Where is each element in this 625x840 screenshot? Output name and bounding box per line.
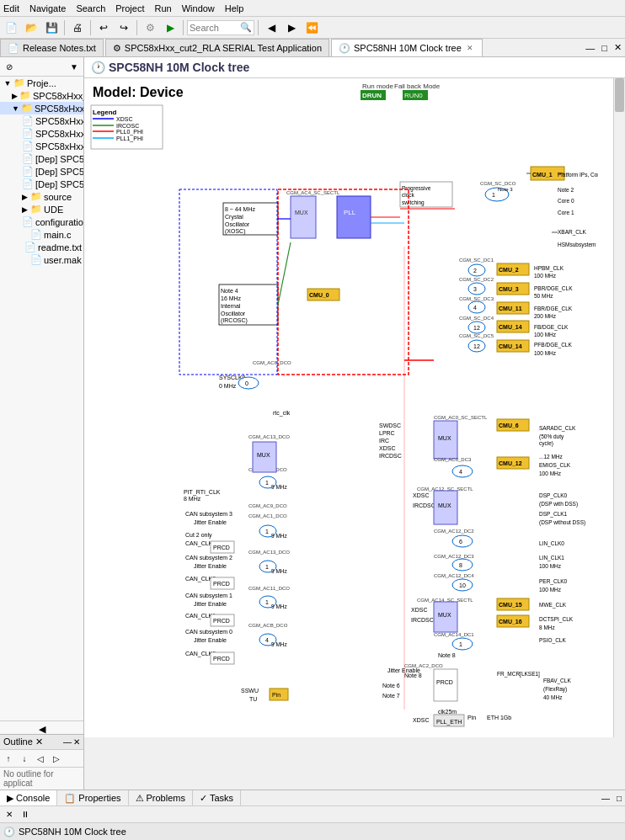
search-bar[interactable]: 🔍 — [187, 20, 254, 35]
folder-icon: 📁 — [13, 77, 25, 88]
outline-down-btn[interactable]: ↓ — [17, 751, 32, 766]
tree-item-dep3[interactable]: 📄 [Dep] SPC58x — [0, 178, 83, 190]
new-btn[interactable]: 📄 — [2, 19, 20, 37]
svg-text:9 MHz: 9 MHz — [271, 533, 288, 539]
diagram-scroll[interactable]: Model: Device Run mode DRUN Fall back Mo… — [84, 78, 625, 737]
tree-item-c1[interactable]: 📄 SPC58xHxx_c... — [0, 114, 83, 127]
tree-item-c2[interactable]: 📄 SPC58xHxx_c... — [0, 127, 83, 140]
svg-text:CGM_AC11_DCO: CGM_AC11_DCO — [248, 586, 290, 591]
svg-text:(IRCOSC): (IRCOSC) — [221, 317, 248, 324]
svg-text:Note 3: Note 3 — [498, 187, 513, 192]
svg-text:MUX: MUX — [257, 452, 270, 458]
menu-window[interactable]: Window — [182, 3, 215, 13]
tree-item-cut[interactable]: ▼ 📁 SPC58xHxx_cut... — [0, 102, 83, 114]
tree-item-config[interactable]: 📄 configuration.x... — [0, 215, 83, 228]
bottom-toolbar: ✕ ⏸ — [0, 806, 625, 822]
tab-clock-tree[interactable]: 🕐 SPC58NH 10M Clock tree ✕ — [331, 39, 483, 56]
tree-item-usermak[interactable]: 📄 user.mak — [0, 253, 83, 266]
sep3 — [136, 20, 137, 35]
svg-text:1: 1 — [265, 564, 269, 570]
tree-item-ude[interactable]: ▶ 📁 UDE — [0, 203, 83, 215]
save-btn[interactable]: 💾 — [42, 19, 61, 37]
svg-text:9 MHz: 9 MHz — [271, 603, 288, 609]
tab-release-notes[interactable]: 📄 Release Notes.txt — [0, 39, 104, 56]
menu-search[interactable]: Search — [76, 3, 105, 13]
redo-btn[interactable]: ↪ — [115, 19, 133, 37]
svg-text:IRCDSC: IRCDSC — [413, 502, 435, 508]
svg-text:50 MHz: 50 MHz — [534, 293, 553, 299]
bottom-clear-btn[interactable]: ✕ — [2, 808, 17, 821]
tree-item-c3[interactable]: 📄 SPC58xHxx_c... — [0, 140, 83, 152]
run-btn[interactable]: ▶ — [161, 19, 179, 37]
bottom-tab-problems[interactable]: ⚠ Problems — [129, 790, 193, 805]
svg-text:Internal: Internal — [221, 303, 241, 309]
tree-label: main.c — [44, 230, 71, 240]
menu-edit[interactable]: Edit — [3, 3, 19, 13]
svg-text:Note 6: Note 6 — [382, 683, 400, 688]
bottom-minimize-btn[interactable]: — — [598, 790, 613, 805]
svg-text:CMU_16: CMU_16 — [499, 619, 522, 625]
collapse-all-btn[interactable]: ▼ — [67, 59, 82, 74]
svg-text:CAN subsystem 0: CAN subsystem 0 — [185, 629, 232, 635]
home-btn[interactable]: ⏪ — [302, 19, 321, 37]
tree-item-source[interactable]: ▶ 📁 source — [0, 190, 83, 203]
tree-item-main[interactable]: 📄 main.c — [0, 228, 83, 241]
svg-text:1: 1 — [265, 599, 269, 605]
menu-help[interactable]: Help — [225, 3, 244, 13]
left-panel-toolbar: ⊘ ▼ — [0, 57, 83, 77]
tab-file-icon: 📄 — [8, 43, 19, 54]
forward-btn[interactable]: ▶ — [282, 19, 301, 37]
vertical-scrollbar[interactable] — [613, 78, 625, 737]
back-btn[interactable]: ◀ — [262, 19, 280, 37]
tree-label: SPC58xHxx_c... — [35, 116, 83, 126]
svg-text:MUX: MUX — [295, 210, 308, 215]
bottom-maximize-btn[interactable]: □ — [613, 790, 625, 805]
tree-label: SPC58xHxx_cut2_R — [33, 91, 83, 101]
svg-text:CGM_ACB_DCO: CGM_ACB_DCO — [248, 623, 288, 628]
build-btn[interactable]: ⚙ — [141, 19, 159, 37]
minimize-window-btn[interactable]: — — [582, 39, 598, 56]
bottom-tab-properties[interactable]: 📋 Properties — [57, 790, 128, 805]
outline-minimize-btn[interactable]: — — [63, 737, 72, 747]
tree-item-dep1[interactable]: 📄 [Dep] SPC58x — [0, 152, 83, 165]
svg-text:2: 2 — [473, 268, 477, 274]
print-btn[interactable]: 🖨 — [68, 19, 87, 37]
folder-icon: 📁 — [30, 204, 42, 215]
search-input[interactable] — [190, 23, 240, 33]
close-window-btn[interactable]: ✕ — [611, 39, 625, 56]
outline-next-btn[interactable]: ▷ — [49, 751, 64, 766]
svg-text:XDSC: XDSC — [413, 717, 429, 723]
svg-text:MWE_CLK: MWE_CLK — [539, 602, 567, 609]
svg-text:12: 12 — [473, 343, 480, 349]
bottom-scroll-lock-btn[interactable]: ⏸ — [18, 808, 33, 821]
tree-item-projects[interactable]: ▼ 📁 Proje... — [0, 77, 83, 89]
maximize-window-btn[interactable]: □ — [598, 39, 611, 56]
bottom-tab-tasks[interactable]: ✓ Tasks — [193, 790, 241, 805]
tab-rla-serial[interactable]: ⚙ SPC58xHxx_cut2_RLA SERIAL Test Applica… — [105, 39, 329, 56]
outline-up-btn[interactable]: ↑ — [1, 751, 16, 766]
tree-label: readme.txt — [38, 242, 82, 253]
folder-icon: 📁 — [30, 191, 42, 202]
outline-prev-btn[interactable]: ◁ — [33, 751, 48, 766]
diagram-area[interactable]: Model: Device Run mode DRUN Fall back Mo… — [84, 78, 625, 737]
open-btn[interactable]: 📂 — [22, 19, 40, 37]
menu-run[interactable]: Run — [155, 3, 172, 13]
svg-text:PRCD: PRCD — [213, 545, 230, 550]
menu-navigate[interactable]: Navigate — [29, 3, 66, 13]
outline-close-btn[interactable]: ✕ — [73, 737, 80, 747]
footer-clock-tab[interactable]: 🕐 SPC58NH 10M Clock tree — [0, 822, 625, 840]
tree-item-cut2[interactable]: ▶ 📁 SPC58xHxx_cut2_R — [0, 89, 83, 102]
scrollbar-thumb[interactable] — [615, 78, 624, 112]
svg-text:PLL_ETH: PLL_ETH — [436, 719, 462, 726]
undo-btn[interactable]: ↩ — [94, 19, 113, 37]
bottom-tab-console[interactable]: ▶ Console — [0, 790, 57, 805]
svg-line-203 — [278, 242, 291, 305]
tree-item-dep2[interactable]: 📄 [Dep] SPC58x — [0, 165, 83, 178]
tab-close-btn[interactable]: ✕ — [465, 43, 475, 53]
svg-text:CGM_AC6_DCO: CGM_AC6_DCO — [253, 360, 291, 365]
menu-project[interactable]: Project — [115, 3, 144, 13]
tree-item-readme[interactable]: 📄 readme.txt — [0, 241, 83, 253]
filter-btn[interactable]: ⊘ — [2, 59, 17, 74]
page-title: SPC58NH 10M Clock tree — [109, 61, 249, 74]
svg-text:FBR/DGE_CLK: FBR/DGE_CLK — [534, 306, 573, 312]
